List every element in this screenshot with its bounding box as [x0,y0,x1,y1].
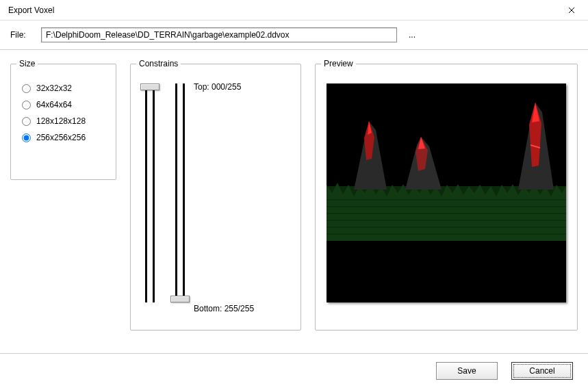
size-groupbox: Size 32x32x32 64x64x64 128x128x128 256x2… [10,64,116,180]
top-value-label: Top: 000/255 [194,82,254,92]
preview-legend: Preview [321,59,356,68]
size-option-32[interactable]: 32x32x32 [22,83,105,93]
radio-64[interactable] [22,101,31,109]
terrain-vegetation [327,183,566,241]
slider-track [145,83,155,302]
radio-label: 128x128x128 [36,116,86,126]
radio-label: 64x64x64 [36,100,72,109]
button-row: Save Cancel [0,353,588,388]
file-row: File: ... [0,21,588,49]
slider-thumb[interactable] [140,83,159,90]
bottom-value-label: Bottom: 255/255 [194,304,254,313]
slider-track [175,83,185,302]
preview-groupbox: Preview [315,64,578,331]
constrain-labels: Top: 000/255 Bottom: 255/255 [194,77,254,322]
size-column: Size 32x32x32 64x64x64 128x128x128 256x2… [10,64,116,346]
radio-label: 32x32x32 [36,83,72,93]
bottom-slider[interactable] [172,83,188,302]
slider-thumb[interactable] [170,296,190,302]
titlebar: Export Voxel [0,0,588,21]
constrains-groupbox: Constrains Top: 000/255 Bottom: 255/255 [130,64,301,331]
constrains-legend: Constrains [136,59,181,68]
size-option-256[interactable]: 256x256x256 [22,133,105,142]
top-slider[interactable] [142,83,158,302]
close-icon[interactable] [562,1,581,20]
cancel-button[interactable]: Cancel [511,362,573,380]
size-legend: Size [16,59,38,68]
file-path-input[interactable] [41,27,397,42]
save-button[interactable]: Save [436,362,498,380]
radio-label: 256x256x256 [36,133,86,142]
radio-32[interactable] [22,84,31,93]
size-option-64[interactable]: 64x64x64 [22,100,105,109]
sliders-area [139,77,194,309]
browse-button[interactable]: ... [407,30,417,40]
window-title: Export Voxel [8,5,54,15]
file-label: File: [10,30,31,40]
export-voxel-window: Export Voxel File: ... Size 32x32x32 64x… [0,0,588,388]
size-option-128[interactable]: 128x128x128 [22,116,105,126]
radio-256[interactable] [22,133,31,142]
radio-128[interactable] [22,117,31,126]
content-area: Size 32x32x32 64x64x64 128x128x128 256x2… [0,50,588,353]
preview-canvas [327,83,566,302]
